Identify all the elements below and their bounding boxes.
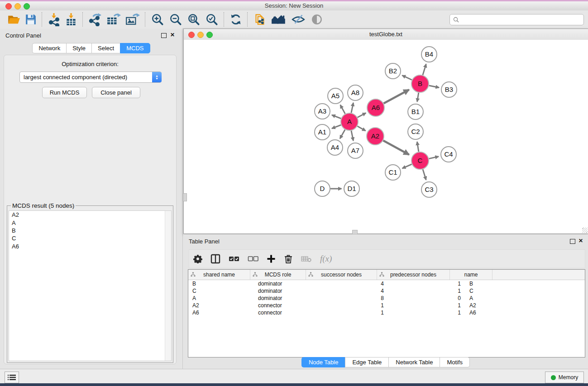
import-network-icon[interactable] bbox=[48, 12, 60, 27]
criterion-select[interactable]: largest connected component (directed) ▲… bbox=[19, 71, 162, 83]
table-cell[interactable]: B bbox=[465, 280, 512, 287]
delete-column-icon[interactable] bbox=[284, 252, 293, 266]
table-cell[interactable]: 1 bbox=[313, 309, 388, 316]
open-folder-icon[interactable] bbox=[8, 12, 20, 27]
table-cell[interactable]: dominator bbox=[254, 295, 313, 302]
task-list-button[interactable] bbox=[5, 372, 19, 383]
refresh-icon[interactable] bbox=[229, 12, 242, 27]
vertical-divider-handle[interactable] bbox=[183, 193, 187, 201]
zoom-fit-icon[interactable] bbox=[187, 12, 201, 27]
table-panel-title: Table Panel bbox=[189, 238, 220, 245]
scrollbar[interactable] bbox=[165, 211, 171, 361]
tab-mcds[interactable]: MCDS bbox=[120, 43, 150, 53]
table-cell[interactable]: 1 bbox=[388, 302, 465, 309]
close-panel-button[interactable]: Close panel bbox=[92, 87, 140, 98]
table-cell[interactable]: 1 bbox=[313, 302, 388, 309]
hide-icon[interactable] bbox=[291, 12, 306, 27]
mcds-result-item[interactable]: C bbox=[9, 234, 171, 242]
table-cell[interactable]: A6 bbox=[188, 309, 254, 316]
table-row[interactable]: A2connector11A2 bbox=[188, 302, 585, 309]
tab-style[interactable]: Style bbox=[66, 43, 91, 53]
table-cell[interactable]: dominator bbox=[254, 287, 313, 295]
table-cell[interactable]: 0 bbox=[388, 295, 465, 302]
graph-edge-A-A5 bbox=[340, 105, 345, 114]
table-cell[interactable]: dominator bbox=[254, 280, 313, 287]
table-cell[interactable]: connector bbox=[254, 309, 313, 316]
desktop-strip-bottom bbox=[0, 383, 588, 386]
toolbar-separator bbox=[247, 12, 248, 27]
close-panel-icon[interactable]: ✕ bbox=[578, 238, 583, 244]
float-panel-icon[interactable] bbox=[570, 239, 575, 244]
criterion-value: largest connected component (directed) bbox=[20, 74, 152, 81]
tab-select[interactable]: Select bbox=[91, 43, 120, 53]
tab-node-table[interactable]: Node Table bbox=[301, 357, 345, 367]
table-cell[interactable]: A bbox=[188, 295, 254, 302]
search-input[interactable] bbox=[459, 16, 583, 24]
graph-node-label: C1 bbox=[388, 168, 397, 176]
network-window-titlebar[interactable]: testGlobe.txt bbox=[184, 29, 588, 40]
search-box[interactable] bbox=[449, 14, 584, 25]
mcds-result-item[interactable]: A6 bbox=[9, 243, 171, 250]
mcds-result-list[interactable]: A2ABCA6 bbox=[9, 210, 172, 361]
table-row[interactable]: A6connector11A6 bbox=[188, 309, 585, 316]
table-cell[interactable]: A2 bbox=[188, 302, 254, 309]
resize-grip-icon[interactable] bbox=[582, 228, 588, 233]
zoom-in-icon[interactable] bbox=[151, 12, 164, 27]
network-canvas[interactable]: B4B2BB3A5A8A6B1A3AA1C2A4A7A2CC4C1C3DD1 bbox=[184, 40, 588, 234]
import-table-icon[interactable] bbox=[65, 12, 77, 27]
graph-edge-C-C3 bbox=[423, 169, 426, 180]
mcds-result-item[interactable]: A bbox=[9, 219, 171, 226]
table-cell[interactable]: 1 bbox=[388, 280, 465, 287]
table-cell[interactable]: 4 bbox=[313, 287, 388, 295]
graph-node-label: D1 bbox=[347, 185, 356, 192]
titlebar: Session: New Session bbox=[0, 1, 588, 11]
eye-icon[interactable] bbox=[310, 12, 324, 27]
table-row[interactable]: Adominator80A bbox=[188, 295, 585, 302]
float-panel-icon[interactable] bbox=[161, 33, 167, 38]
close-panel-icon[interactable]: ✕ bbox=[170, 32, 175, 38]
select-all-icon[interactable] bbox=[229, 252, 239, 266]
graph-edge-A-A1 bbox=[332, 125, 341, 129]
split-table-icon[interactable] bbox=[210, 252, 220, 266]
export-network-icon[interactable] bbox=[88, 12, 102, 27]
table-row[interactable]: Cdominator41C bbox=[188, 287, 585, 295]
tab-edge-table[interactable]: Edge Table bbox=[345, 357, 388, 367]
table-cell[interactable]: 1 bbox=[388, 309, 465, 316]
table-cell[interactable]: 4 bbox=[313, 280, 388, 287]
table-cell[interactable]: A6 bbox=[465, 309, 512, 316]
copy-network-icon[interactable] bbox=[253, 12, 267, 27]
column-header-MCDS-role[interactable]: MCDS role bbox=[250, 270, 306, 280]
column-header-name[interactable]: name bbox=[450, 270, 492, 280]
table-cell[interactable]: A2 bbox=[465, 302, 512, 309]
export-image-icon[interactable] bbox=[125, 12, 140, 27]
table-cell[interactable]: B bbox=[188, 280, 254, 287]
horizontal-divider-handle[interactable] bbox=[352, 230, 358, 234]
table-cell[interactable]: 1 bbox=[388, 287, 465, 295]
tab-network-table[interactable]: Network Table bbox=[388, 357, 440, 367]
table-cell[interactable]: C bbox=[188, 287, 254, 295]
tab-network[interactable]: Network bbox=[32, 43, 66, 53]
column-header-shared-name[interactable]: shared name bbox=[188, 270, 250, 280]
settings-gear-icon[interactable] bbox=[193, 252, 202, 266]
table-cell[interactable]: 8 bbox=[313, 295, 388, 302]
table-cell[interactable]: C bbox=[465, 287, 512, 295]
memory-button[interactable]: Memory bbox=[545, 372, 584, 383]
zoom-out-icon[interactable] bbox=[169, 12, 182, 27]
table-row[interactable]: Bdominator41B bbox=[188, 280, 585, 287]
tab-motifs[interactable]: Motifs bbox=[440, 357, 470, 367]
zoom-selected-icon[interactable] bbox=[205, 12, 219, 27]
deselect-all-icon[interactable] bbox=[248, 252, 258, 266]
add-column-icon[interactable] bbox=[267, 252, 276, 266]
mcds-result-item[interactable]: B bbox=[9, 227, 171, 234]
delete-table-icon[interactable] bbox=[301, 252, 312, 266]
mcds-result-item[interactable]: A2 bbox=[9, 211, 171, 219]
home-icon[interactable] bbox=[271, 12, 287, 27]
export-table-icon[interactable] bbox=[106, 12, 121, 27]
run-mcds-button[interactable]: Run MCDS bbox=[42, 87, 87, 98]
column-header-successor-nodes[interactable]: successor nodes bbox=[306, 270, 377, 280]
function-icon[interactable]: f(x) bbox=[320, 252, 332, 266]
column-header-predecessor-nodes[interactable]: predecessor nodes bbox=[377, 270, 450, 280]
save-icon[interactable] bbox=[25, 12, 37, 27]
table-cell[interactable]: A bbox=[465, 295, 512, 302]
table-cell[interactable]: connector bbox=[254, 302, 313, 309]
